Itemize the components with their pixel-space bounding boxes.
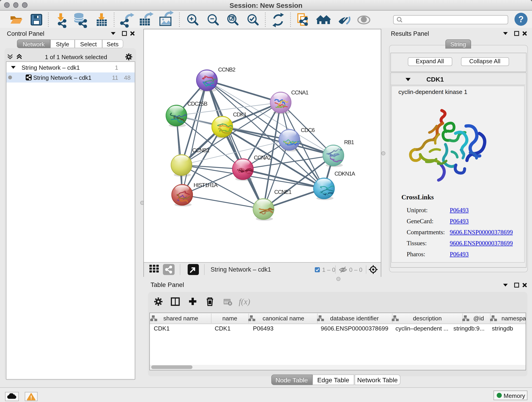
svg-text:database identifier: database identifier <box>330 315 379 322</box>
svg-text:CDC6: CDC6 <box>301 127 315 133</box>
svg-text:?: ? <box>518 14 524 24</box>
svg-text:f(x): f(x) <box>239 297 250 306</box>
svg-text:RB1: RB1 <box>344 139 354 145</box>
svg-text:description: description <box>413 315 442 322</box>
svg-text:CCNB1: CCNB1 <box>192 147 209 153</box>
svg-text:CDC25B: CDC25B <box>187 100 207 107</box>
svg-text:CDKN1A: CDKN1A <box>334 170 355 177</box>
svg-text:namespace: namespace <box>501 315 525 322</box>
svg-text:@id: @id <box>473 315 484 322</box>
svg-text:HIST1H1A: HIST1H1A <box>193 182 217 188</box>
svg-text:canonical name: canonical name <box>262 315 304 322</box>
svg-text:name: name <box>222 315 237 322</box>
svg-text:CCNA2: CCNA2 <box>254 154 271 160</box>
svg-text:CCNA1: CCNA1 <box>291 89 308 95</box>
svg-text:0 – 0: 0 – 0 <box>349 266 362 273</box>
svg-text:String Network – cdk1: String Network – cdk1 <box>210 266 271 273</box>
svg-text:CCNE1: CCNE1 <box>274 189 291 195</box>
svg-text:1 – 0: 1 – 0 <box>322 266 335 273</box>
svg-text:shared name: shared name <box>163 315 198 322</box>
svg-text:CCNB2: CCNB2 <box>218 66 235 72</box>
svg-text:CDK1: CDK1 <box>233 111 246 117</box>
